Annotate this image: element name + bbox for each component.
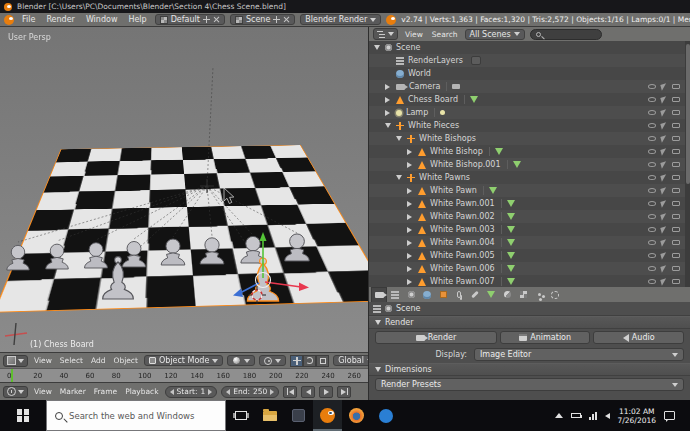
titlebar[interactable]: Blender [C:\Users\PC\Documents\Blender\S… bbox=[0, 0, 690, 13]
viewport-menu-add[interactable]: Add bbox=[89, 356, 108, 365]
selectability-pointer-icon[interactable] bbox=[660, 148, 667, 155]
outliner-filter-dropdown[interactable]: All Scenes bbox=[465, 29, 525, 40]
viewport-menu-object[interactable]: Object bbox=[111, 356, 139, 365]
expander-closed-icon[interactable] bbox=[383, 110, 392, 116]
scrollbar-thumb[interactable] bbox=[686, 44, 690, 184]
visibility-eye-icon[interactable] bbox=[648, 188, 656, 193]
frame-end-field[interactable]: End: 250 bbox=[221, 386, 279, 398]
editor-type-selector[interactable] bbox=[3, 355, 28, 367]
dimensions-section-header[interactable]: Dimensions bbox=[369, 363, 690, 376]
tab-particles[interactable] bbox=[531, 287, 547, 302]
network-icon[interactable] bbox=[589, 412, 597, 420]
add-layout-icon[interactable] bbox=[203, 16, 210, 23]
visibility-eye-icon[interactable] bbox=[648, 162, 656, 167]
expander-closed-icon[interactable] bbox=[405, 253, 414, 259]
renderability-camera-icon[interactable] bbox=[672, 201, 680, 206]
pawn-piece[interactable] bbox=[85, 243, 108, 268]
tab-object-data[interactable] bbox=[483, 287, 499, 302]
decrement-icon[interactable] bbox=[226, 389, 230, 395]
play-reverse-button[interactable] bbox=[301, 386, 315, 398]
jump-to-end-button[interactable] bbox=[337, 386, 351, 398]
outliner-row[interactable]: RenderLayers bbox=[369, 54, 690, 67]
expander-closed-icon[interactable] bbox=[405, 188, 414, 194]
selectability-pointer-icon[interactable] bbox=[660, 226, 667, 233]
animation-button[interactable]: Animation bbox=[500, 331, 591, 344]
visibility-eye-icon[interactable] bbox=[648, 240, 656, 245]
renderability-camera-icon[interactable] bbox=[672, 175, 680, 180]
visibility-eye-icon[interactable] bbox=[648, 201, 656, 206]
renderability-camera-icon[interactable] bbox=[672, 123, 680, 128]
outliner-row[interactable]: White Pawn.005 bbox=[369, 249, 690, 262]
outliner-menu-search[interactable]: Search bbox=[430, 30, 460, 39]
visibility-eye-icon[interactable] bbox=[648, 110, 656, 115]
expander-closed-icon[interactable] bbox=[405, 149, 414, 155]
tab-render-layers[interactable] bbox=[387, 287, 403, 302]
outliner-row[interactable]: Scene bbox=[369, 41, 690, 54]
outliner-row[interactable]: White Bishop bbox=[369, 145, 690, 158]
visibility-eye-icon[interactable] bbox=[648, 149, 656, 154]
add-scene-icon[interactable] bbox=[273, 16, 280, 23]
tab-texture[interactable] bbox=[515, 287, 531, 302]
expander-closed-icon[interactable] bbox=[405, 227, 414, 233]
expander-closed-icon[interactable] bbox=[405, 214, 414, 220]
jump-to-start-button[interactable] bbox=[283, 386, 297, 398]
pawn-piece[interactable] bbox=[161, 239, 185, 265]
expander-closed-icon[interactable] bbox=[383, 84, 392, 90]
renderability-camera-icon[interactable] bbox=[672, 84, 680, 89]
menu-render[interactable]: Render bbox=[43, 15, 77, 24]
decrement-icon[interactable] bbox=[170, 389, 174, 395]
outliner-row[interactable]: White Pawn.001 bbox=[369, 197, 690, 210]
outliner-row[interactable]: Camera bbox=[369, 80, 690, 93]
outliner-row[interactable]: White Pawns bbox=[369, 171, 690, 184]
audio-button[interactable]: Audio bbox=[593, 331, 684, 344]
expander-closed-icon[interactable] bbox=[405, 240, 414, 246]
selectability-pointer-icon[interactable] bbox=[660, 252, 667, 259]
render-presets-dropdown[interactable]: Render Presets bbox=[375, 378, 684, 391]
mode-dropdown[interactable]: Object Mode bbox=[144, 355, 223, 366]
outliner-row[interactable]: White Bishops bbox=[369, 132, 690, 145]
selectability-pointer-icon[interactable] bbox=[660, 109, 667, 116]
outliner-scrollbar[interactable] bbox=[685, 41, 690, 287]
action-center-icon[interactable] bbox=[664, 411, 675, 420]
taskbar-search-input[interactable]: Search the web and Windows bbox=[46, 400, 226, 431]
visibility-eye-icon[interactable] bbox=[648, 279, 656, 284]
task-view-button[interactable] bbox=[226, 400, 255, 431]
renderability-camera-icon[interactable] bbox=[672, 188, 680, 193]
visibility-eye-icon[interactable] bbox=[648, 175, 656, 180]
outliner-row[interactable]: White Pawn bbox=[369, 184, 690, 197]
play-button[interactable] bbox=[319, 386, 333, 398]
tray-expand-icon[interactable] bbox=[555, 413, 563, 418]
renderability-camera-icon[interactable] bbox=[672, 136, 680, 141]
visibility-eye-icon[interactable] bbox=[648, 214, 656, 219]
expander-open-icon[interactable] bbox=[394, 175, 403, 180]
outliner-row[interactable]: White Pawn.002 bbox=[369, 210, 690, 223]
empty-axes-object[interactable] bbox=[200, 179, 214, 193]
renderability-camera-icon[interactable] bbox=[672, 149, 680, 154]
renderability-camera-icon[interactable] bbox=[672, 240, 680, 245]
visibility-eye-icon[interactable] bbox=[648, 123, 656, 128]
battery-icon[interactable] bbox=[571, 413, 581, 418]
expander-open-icon[interactable] bbox=[383, 123, 392, 128]
increment-icon[interactable] bbox=[208, 389, 212, 395]
timeline-menu-playback[interactable]: Playback bbox=[123, 387, 160, 396]
outliner-search-input[interactable] bbox=[530, 29, 602, 40]
render-button[interactable]: Render bbox=[375, 331, 497, 344]
render-engine-selector[interactable]: Blender Render bbox=[300, 14, 381, 25]
taskbar-clock[interactable]: 11:02 AM 7/26/2016 bbox=[618, 407, 656, 425]
outliner-editor-selector[interactable] bbox=[373, 28, 398, 40]
tab-object[interactable] bbox=[435, 287, 451, 302]
screen-layout-selector[interactable]: Default bbox=[155, 14, 225, 25]
outliner-row[interactable]: World bbox=[369, 67, 690, 80]
outliner-row[interactable]: Chess Board bbox=[369, 93, 690, 106]
pawn-piece[interactable] bbox=[285, 234, 310, 261]
visibility-eye-icon[interactable] bbox=[648, 266, 656, 271]
expander-open-icon[interactable] bbox=[372, 45, 381, 50]
outliner-row[interactable]: White Pieces bbox=[369, 119, 690, 132]
selectability-pointer-icon[interactable] bbox=[660, 135, 667, 142]
shading-dropdown[interactable] bbox=[227, 355, 255, 366]
viewport-menu-view[interactable]: View bbox=[32, 356, 54, 365]
manipulator-scale-button[interactable] bbox=[316, 355, 329, 367]
renderability-camera-icon[interactable] bbox=[672, 214, 680, 219]
blender-taskbar-button[interactable] bbox=[313, 400, 342, 431]
manipulator-translate-button[interactable] bbox=[290, 355, 303, 367]
